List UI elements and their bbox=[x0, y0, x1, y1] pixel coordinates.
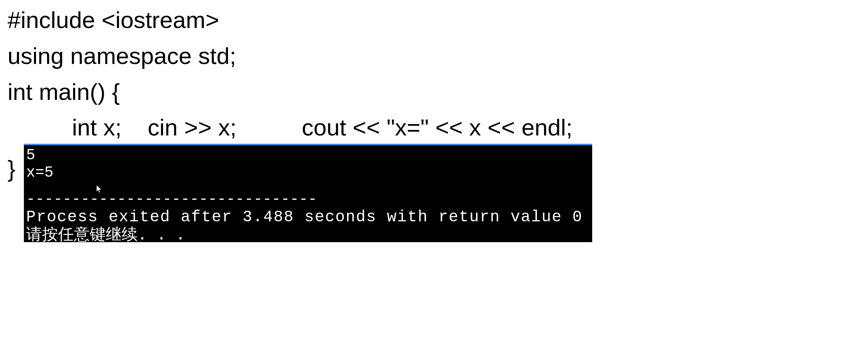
console-window[interactable]: 5 x=5 -------------------------------- P… bbox=[24, 144, 592, 242]
console-process-exit: Process exited after 3.488 seconds with … bbox=[26, 208, 590, 226]
code-line-main: int main() { bbox=[8, 76, 860, 109]
code-line-close-brace: } bbox=[8, 155, 16, 182]
code-line-body: int x; cin >> x; cout << "x=" << x << en… bbox=[8, 111, 860, 144]
console-prompt: 请按任意键继续. . . bbox=[26, 226, 590, 242]
console-input: 5 bbox=[26, 147, 590, 164]
code-line-include: #include <iostream> bbox=[8, 4, 860, 37]
code-line-using: using namespace std; bbox=[8, 40, 860, 73]
console-divider: -------------------------------- bbox=[26, 191, 590, 208]
console-output: x=5 bbox=[26, 164, 590, 182]
